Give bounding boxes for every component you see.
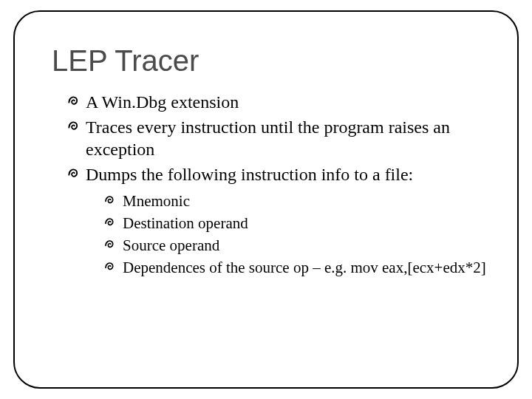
list-item-text: Mnemonic <box>123 192 190 210</box>
swirl-bullet-icon <box>66 119 81 134</box>
swirl-bullet-icon <box>66 166 81 181</box>
list-item: Source operand <box>103 236 488 256</box>
swirl-bullet-icon <box>103 194 117 207</box>
list-item-text: Dumps the following instruction info to … <box>86 165 413 184</box>
swirl-bullet-icon <box>103 260 117 273</box>
swirl-bullet-icon <box>66 94 81 109</box>
list-item: Dumps the following instruction info to … <box>66 163 488 278</box>
swirl-bullet-icon <box>103 238 117 251</box>
list-item-text: A Win.Dbg extension <box>86 92 239 112</box>
list-item-text: Destination operand <box>123 214 248 232</box>
list-item-text: Traces every instruction until the progr… <box>86 117 450 159</box>
list-item: Mnemonic <box>103 191 488 211</box>
swirl-bullet-icon <box>103 216 117 229</box>
sub-list: Mnemonic Destination operand Source oper… <box>103 191 488 278</box>
list-item-text: Dependences of the source op – e.g. mov … <box>123 259 486 276</box>
slide-frame: LEP Tracer A Win.Dbg extension Traces ev… <box>13 10 519 389</box>
list-item: Dependences of the source op – e.g. mov … <box>103 258 488 278</box>
slide-title: LEP Tracer <box>52 44 517 78</box>
list-item: A Win.Dbg extension <box>66 91 488 113</box>
list-item: Traces every instruction until the progr… <box>66 116 488 160</box>
list-item: Destination operand <box>103 214 488 233</box>
main-list: A Win.Dbg extension Traces every instruc… <box>66 91 488 278</box>
list-item-text: Source operand <box>123 236 219 254</box>
